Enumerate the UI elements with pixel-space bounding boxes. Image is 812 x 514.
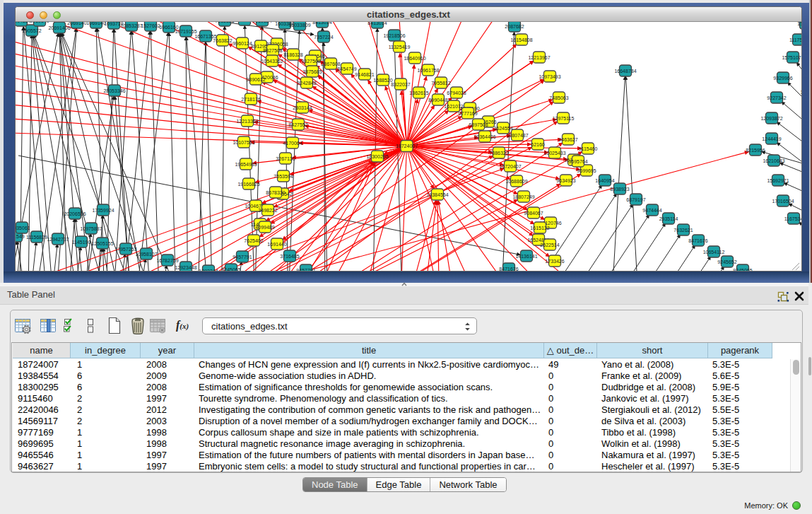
svg-text:9890612: 9890612	[246, 77, 265, 82]
svg-text:3875685: 3875685	[302, 69, 322, 74]
svg-text:3595764: 3595764	[568, 159, 587, 164]
svg-text:8678330: 8678330	[266, 190, 285, 195]
svg-text:4099489: 4099489	[255, 225, 274, 230]
svg-text:10807487: 10807487	[506, 133, 528, 138]
svg-text:9463627: 9463627	[558, 137, 577, 142]
svg-text:9457791: 9457791	[296, 268, 315, 271]
svg-text:1904557: 1904557	[16, 22, 31, 23]
svg-text:20206536: 20206536	[64, 211, 86, 216]
svg-text:3624554: 3624554	[493, 126, 512, 131]
svg-text:8413014: 8413014	[312, 22, 331, 25]
svg-text:1244419: 1244419	[762, 136, 781, 141]
svg-text:2522514: 2522514	[540, 243, 559, 247]
svg-text:62160: 62160	[531, 142, 545, 147]
svg-text:2718176: 2718176	[241, 97, 260, 102]
svg-text:15751074: 15751074	[782, 55, 801, 60]
svg-text:18640910: 18640910	[404, 56, 425, 61]
svg-text:9960124: 9960124	[252, 22, 271, 23]
svg-text:8471676: 8471676	[499, 267, 518, 271]
svg-text:16154808: 16154808	[510, 37, 532, 42]
svg-text:10107553: 10107553	[233, 140, 254, 145]
svg-text:7515526: 7515526	[215, 22, 234, 23]
svg-text:17359924: 17359924	[92, 208, 114, 213]
svg-text:2087682: 2087682	[505, 24, 524, 29]
svg-text:18300295: 18300295	[366, 154, 388, 159]
svg-text:12213967: 12213967	[528, 55, 550, 60]
svg-text:9699695: 9699695	[577, 168, 596, 173]
svg-text:8413014: 8413014	[367, 22, 387, 25]
svg-text:9115460: 9115460	[579, 146, 598, 151]
svg-text:1167534: 1167534	[784, 216, 801, 221]
svg-text:1905572: 1905572	[22, 28, 41, 33]
svg-text:2935114: 2935114	[659, 216, 678, 221]
svg-text:8454749: 8454749	[337, 66, 356, 71]
svg-text:7632621: 7632621	[673, 228, 693, 233]
svg-text:3498222: 3498222	[258, 208, 277, 213]
svg-text:10958107: 10958107	[135, 252, 157, 257]
svg-text:1069140: 1069140	[86, 22, 105, 25]
svg-text:2069140: 2069140	[67, 22, 86, 25]
svg-text:11156829: 11156829	[26, 235, 47, 240]
svg-text:7386322: 7386322	[489, 151, 508, 156]
svg-text:2867608: 2867608	[321, 62, 340, 66]
svg-text:18807249: 18807249	[512, 194, 534, 199]
svg-text:1615132: 1615132	[530, 226, 549, 230]
svg-text:1145190: 1145190	[72, 240, 91, 245]
svg-text:7357224: 7357224	[314, 35, 333, 40]
svg-text:10543362: 10543362	[261, 59, 283, 64]
svg-text:12213369: 12213369	[236, 119, 258, 124]
svg-text:10975887: 10975887	[80, 226, 102, 231]
svg-text:7625402: 7625402	[244, 238, 263, 243]
svg-text:8186328: 8186328	[283, 52, 302, 57]
svg-text:8990448: 8990448	[428, 98, 447, 103]
svg-text:7485063: 7485063	[549, 95, 568, 100]
svg-text:16210643: 16210643	[763, 158, 784, 163]
svg-text:9146821: 9146821	[355, 72, 374, 77]
svg-text:11325419: 11325419	[389, 45, 411, 49]
svg-text:15692971: 15692971	[767, 178, 789, 183]
svg-text:16033809: 16033809	[288, 23, 310, 28]
svg-text:28053346: 28053346	[103, 88, 125, 93]
svg-text:9960124: 9960124	[233, 41, 252, 46]
svg-text:9245065: 9245065	[221, 267, 240, 271]
svg-text:1362615: 1362615	[409, 90, 428, 95]
svg-text:19654985: 19654985	[235, 162, 257, 167]
svg-text:12923448: 12923448	[175, 265, 196, 270]
svg-text:8471676: 8471676	[688, 238, 707, 243]
svg-text:9777169: 9777169	[458, 111, 477, 116]
svg-text:1733426: 1733426	[545, 259, 564, 264]
svg-text:8215956: 8215956	[746, 148, 765, 153]
svg-text:2069140: 2069140	[30, 22, 49, 23]
svg-text:9245652: 9245652	[717, 259, 736, 264]
svg-text:19384554: 19384554	[426, 192, 448, 197]
svg-text:9474444: 9474444	[642, 208, 661, 213]
svg-text:17957253: 17957253	[114, 247, 136, 252]
svg-text:12975115: 12975115	[553, 116, 575, 121]
svg-text:1117534: 1117534	[789, 37, 801, 42]
svg-text:16782759: 16782759	[156, 258, 178, 263]
svg-text:10688609: 10688609	[505, 179, 527, 184]
svg-text:12942737: 12942737	[47, 237, 69, 242]
svg-text:6879197: 6879197	[626, 197, 645, 202]
svg-text:7663822: 7663822	[213, 38, 232, 43]
svg-text:9227342: 9227342	[767, 95, 786, 100]
svg-text:19218506: 19218506	[383, 33, 405, 38]
svg-text:2803144: 2803144	[293, 105, 312, 110]
svg-text:14136141: 14136141	[515, 254, 537, 259]
svg-text:157510: 157510	[797, 22, 801, 26]
svg-text:6794028: 6794028	[447, 90, 466, 95]
svg-text:17016504: 17016504	[772, 199, 794, 204]
svg-text:9457791: 9457791	[233, 255, 252, 259]
svg-text:9634923: 9634923	[556, 178, 575, 183]
svg-text:7663822: 7663822	[235, 22, 254, 23]
svg-text:20691406: 20691406	[48, 25, 70, 30]
svg-text:20364436: 20364436	[473, 134, 495, 139]
svg-text:19166825: 19166825	[237, 182, 259, 187]
svg-text:10025433: 10025433	[543, 151, 565, 156]
svg-text:9084067: 9084067	[524, 211, 543, 216]
svg-text:9242848: 9242848	[297, 81, 316, 86]
svg-text:8827508: 8827508	[263, 48, 282, 53]
svg-text:10853287: 10853287	[120, 23, 142, 28]
svg-text:122035: 122035	[800, 90, 801, 95]
svg-text:1292344: 1292344	[199, 269, 218, 271]
